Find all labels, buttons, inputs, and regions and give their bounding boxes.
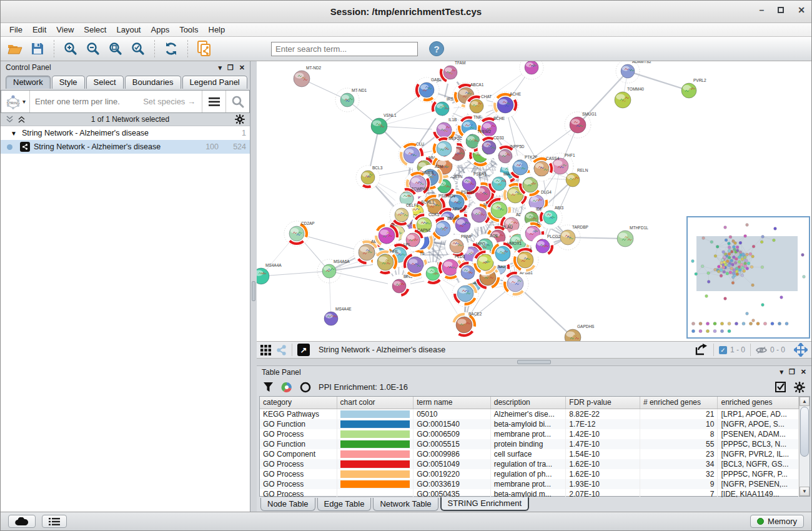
zoom-selected-button[interactable] bbox=[129, 39, 147, 58]
collection-name: String Network - Alzheimer's disease bbox=[22, 129, 219, 137]
help-button[interactable]: ? bbox=[429, 41, 444, 56]
menu-item-select[interactable]: Select bbox=[79, 25, 111, 34]
panel-collapse-icon[interactable]: ▾ bbox=[780, 368, 783, 376]
menu-item-view[interactable]: View bbox=[51, 25, 79, 34]
maximize-button[interactable] bbox=[778, 7, 784, 13]
table-row[interactable]: GO ProcessGO:0051049regulation of tra...… bbox=[260, 459, 799, 469]
tab-edge-table[interactable]: Edge Table bbox=[317, 498, 372, 511]
table-row[interactable]: GO ProcessGO:0033619membrane prot...1.93… bbox=[260, 479, 799, 489]
ppi-enrichment-label: PPI Enrichment: 1.0E-16 bbox=[319, 382, 408, 392]
menu-item-tools[interactable]: Tools bbox=[174, 25, 203, 34]
column-header-1[interactable]: chart color bbox=[337, 397, 414, 409]
network-view-toolbar: ↗ String Network - Alzheimer's disease ✓… bbox=[257, 341, 811, 359]
tab-network-table[interactable]: Network Table bbox=[373, 498, 438, 511]
enrichment-pie-icon[interactable] bbox=[281, 382, 292, 393]
svg-text:BLMH: BLMH bbox=[447, 216, 458, 221]
column-header-4[interactable]: FDR p-value bbox=[566, 397, 640, 409]
menu-item-edit[interactable]: Edit bbox=[27, 25, 51, 34]
scroll-up-button[interactable]: ▲ bbox=[800, 397, 810, 406]
column-header-3[interactable]: description bbox=[491, 397, 567, 409]
panel-close-icon[interactable]: ✕ bbox=[239, 64, 245, 72]
open-session-button[interactable] bbox=[6, 39, 24, 58]
birdseye-overview[interactable] bbox=[686, 216, 810, 339]
tab-legend-panel[interactable]: Legend Panel bbox=[182, 76, 247, 89]
table-row[interactable]: GO FunctionGO:0005515protein binding1.47… bbox=[260, 439, 799, 449]
tab-string-enrichment[interactable]: STRING Enrichment bbox=[440, 497, 529, 511]
column-header-6[interactable]: enriched genes bbox=[718, 397, 799, 409]
panel-float-icon[interactable]: ❒ bbox=[227, 64, 234, 72]
circle-chart-icon[interactable] bbox=[300, 382, 311, 393]
set-species-hint[interactable]: Set species → bbox=[143, 97, 202, 106]
collapse-all-icon[interactable] bbox=[17, 116, 26, 123]
refresh-button[interactable] bbox=[162, 39, 181, 58]
column-header-5[interactable]: # enriched genes bbox=[640, 397, 718, 409]
string-share-badge-icon bbox=[20, 142, 30, 152]
save-session-button[interactable] bbox=[28, 39, 47, 58]
menu-item-file[interactable]: File bbox=[4, 25, 27, 34]
share-view-icon[interactable] bbox=[276, 345, 287, 355]
task-list-button[interactable] bbox=[42, 515, 67, 528]
table-row[interactable]: GO FunctionGO:0001540beta-amyloid bi...1… bbox=[260, 419, 799, 429]
horizontal-splitter[interactable] bbox=[257, 359, 811, 366]
grid-view-icon[interactable] bbox=[260, 345, 271, 355]
scroll-down-button[interactable]: ▼ bbox=[800, 487, 810, 496]
tab-select[interactable]: Select bbox=[86, 76, 124, 89]
network-collection-row[interactable]: ▼ String Network - Alzheimer's disease 1 bbox=[1, 126, 250, 140]
splitter-handle[interactable] bbox=[252, 281, 255, 301]
zoom-fit-button[interactable] bbox=[106, 39, 125, 58]
svg-text:TNF: TNF bbox=[473, 115, 482, 119]
cloud-icon bbox=[15, 517, 29, 526]
table-scrollbar[interactable]: ▲ ▼ bbox=[799, 397, 810, 496]
hidden-count-badge: 0 - 0 bbox=[756, 345, 785, 354]
minimize-button[interactable]: – bbox=[759, 5, 764, 15]
network-canvas[interactable]: MT-ND2MT-ND1VSNL1GAB2IRS1ABCA1CHATACHEIL… bbox=[257, 61, 811, 341]
tab-style[interactable]: Style bbox=[52, 76, 85, 89]
svg-text:ADAMTS2: ADAMTS2 bbox=[632, 61, 651, 64]
tab-network[interactable]: Network bbox=[6, 76, 51, 89]
search-icon bbox=[231, 95, 245, 109]
network-node-count: 100 bbox=[200, 142, 219, 151]
tree-expand-icon[interactable]: ▼ bbox=[11, 130, 17, 137]
tab-node-table[interactable]: Node Table bbox=[260, 498, 315, 511]
panel-float-icon[interactable]: ❒ bbox=[789, 368, 795, 376]
column-header-0[interactable]: category bbox=[260, 397, 337, 409]
menu-item-apps[interactable]: Apps bbox=[146, 25, 175, 34]
panel-collapse-icon[interactable]: ▾ bbox=[218, 64, 222, 72]
table-row[interactable]: GO ComponentGO:0009986cell surface1.54E-… bbox=[260, 449, 799, 459]
vertical-splitter[interactable] bbox=[250, 61, 257, 512]
string-dropdown-caret[interactable]: ▾ bbox=[22, 98, 26, 105]
table-row[interactable]: GO ProcessGO:0019220regulation of ph...1… bbox=[260, 469, 799, 479]
filter-funnel-icon[interactable] bbox=[263, 382, 274, 392]
string-logo[interactable]: STRING ▾ bbox=[1, 91, 30, 112]
string-options-button[interactable] bbox=[202, 91, 225, 112]
network-options-gear-icon[interactable] bbox=[235, 114, 245, 124]
zoom-in-button[interactable] bbox=[61, 39, 80, 58]
chart-color-swatch bbox=[340, 430, 410, 438]
select-rows-checkbox-icon[interactable] bbox=[775, 382, 786, 393]
menu-item-layout[interactable]: Layout bbox=[111, 25, 146, 34]
tab-boundaries[interactable]: Boundaries bbox=[125, 76, 181, 89]
menu-item-help[interactable]: Help bbox=[204, 25, 230, 34]
export-network-icon[interactable] bbox=[695, 344, 708, 356]
table-row[interactable]: GO ProcessGO:0006509membrane prot...1.42… bbox=[260, 429, 799, 439]
svg-text:APH1A: APH1A bbox=[452, 207, 466, 211]
string-search-button[interactable] bbox=[225, 91, 249, 112]
table-row[interactable]: KEGG Pathways05010Alzheimer's dise...8.8… bbox=[260, 409, 799, 419]
panel-close-icon[interactable]: ✕ bbox=[801, 368, 806, 376]
close-button[interactable]: ✕ bbox=[798, 5, 805, 15]
detach-view-icon[interactable]: ↗ bbox=[297, 344, 310, 356]
table-settings-gear-icon[interactable] bbox=[794, 382, 805, 393]
memory-button[interactable]: Memory bbox=[750, 515, 804, 528]
network-row[interactable]: String Network - Alzheimer's disease 100… bbox=[1, 140, 250, 154]
expand-all-icon[interactable] bbox=[6, 116, 14, 123]
import-network-button[interactable] bbox=[195, 39, 214, 58]
search-input[interactable] bbox=[271, 42, 418, 56]
cloud-tasks-button[interactable] bbox=[8, 515, 36, 528]
zoom-out-button[interactable] bbox=[84, 39, 102, 58]
string-query-input[interactable] bbox=[30, 91, 143, 112]
scrollbar-thumb[interactable] bbox=[800, 407, 809, 457]
network-tree: ▼ String Network - Alzheimer's disease 1… bbox=[1, 126, 250, 512]
splitter-handle[interactable] bbox=[517, 360, 551, 364]
birdseye-toggle-icon[interactable] bbox=[794, 343, 808, 357]
column-header-2[interactable]: term name bbox=[413, 397, 491, 409]
